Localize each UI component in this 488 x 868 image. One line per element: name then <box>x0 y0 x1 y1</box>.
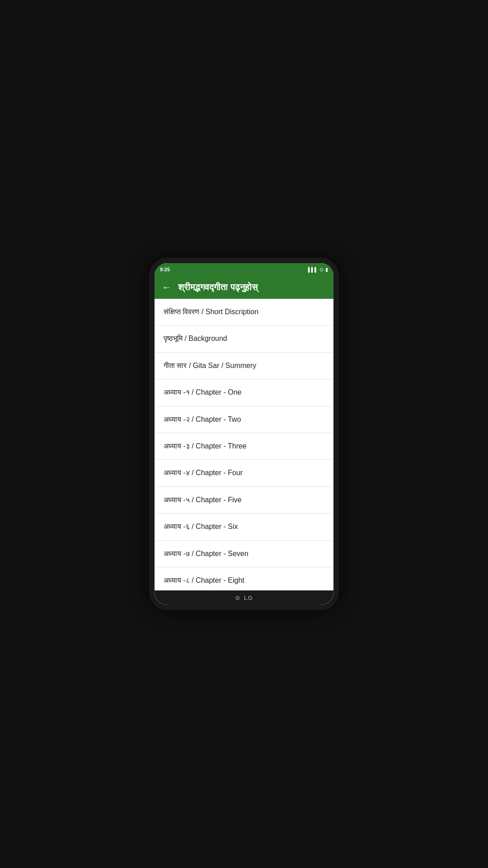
list-item-text: अध्याय -७ / Chapter - Seven <box>164 550 249 557</box>
list-item-chapter-eight[interactable]: अध्याय -८ / Chapter - Eight <box>155 567 333 590</box>
brand-logo: ⊙ LG <box>235 594 253 601</box>
phone-screen: 9:25 ▌▌▌ ⊙ ▮ ← श्रीमद्भगवद्गीता पढ्नुहोस… <box>155 263 333 605</box>
list-item-text: गीता सार / Gita Sar / Summery <box>164 362 256 369</box>
list-item-text: अध्याय -४ / Chapter - Four <box>164 469 243 476</box>
status-icons: ▌▌▌ ⊙ ▮ <box>308 267 328 273</box>
list-item[interactable]: गीता सार / Gita Sar / Summery <box>155 353 333 379</box>
status-time: 9:25 <box>160 267 170 272</box>
list-item[interactable]: संक्षिप्त विवरण / Short Discription <box>155 299 333 326</box>
list-item[interactable]: पृष्ठभूमि / Background <box>155 326 333 352</box>
list-item-text: पृष्ठभूमि / Background <box>164 335 227 342</box>
page-title: श्रीमद्भगवद्गीता पढ्नुहोस् <box>178 282 258 292</box>
back-button[interactable]: ← <box>162 283 172 292</box>
list-item-text: अध्याय -६ / Chapter - Six <box>164 523 238 530</box>
list-item-text: अध्याय -१ / Chapter - One <box>164 388 242 396</box>
list-item-text: अध्याय -५ / Chapter - Five <box>164 496 241 504</box>
list-item-chapter-two[interactable]: अध्याय -२ / Chapter - Two <box>155 406 333 433</box>
signal-icon: ▌▌▌ <box>308 267 318 272</box>
list-item-chapter-one[interactable]: अध्याय -१ / Chapter - One <box>155 379 333 406</box>
list-item-chapter-four[interactable]: अध्याय -४ / Chapter - Four <box>155 460 333 486</box>
brand-icon: ⊙ <box>235 594 240 601</box>
list-item-text: अध्याय -२ / Chapter - Two <box>164 415 241 423</box>
battery-icon: ▮ <box>325 267 328 273</box>
list-item-text: अध्याय -३ / Chapter - Three <box>164 442 247 450</box>
phone-device: 9:25 ▌▌▌ ⊙ ▮ ← श्रीमद्भगवद्गीता पढ्नुहोस… <box>149 258 339 610</box>
list-item-chapter-six[interactable]: अध्याय -६ / Chapter - Six <box>155 514 333 540</box>
list-item-chapter-five[interactable]: अध्याय -५ / Chapter - Five <box>155 487 333 514</box>
app-header: ← श्रीमद्भगवद्गीता पढ्नुहोस् <box>155 276 333 299</box>
bottom-bar: ⊙ LG <box>155 590 333 605</box>
list-item-chapter-seven[interactable]: अध्याय -७ / Chapter - Seven <box>155 541 333 567</box>
status-bar: 9:25 ▌▌▌ ⊙ ▮ <box>155 263 333 276</box>
list-item-text: संक्षिप्त विवरण / Short Discription <box>164 308 258 316</box>
list-item-text: अध्याय -८ / Chapter - Eight <box>164 576 244 584</box>
menu-list: संक्षिप्त विवरण / Short Discription पृष्… <box>155 299 333 590</box>
list-item-chapter-three[interactable]: अध्याय -३ / Chapter - Three <box>155 433 333 460</box>
wifi-icon: ⊙ <box>319 267 324 273</box>
